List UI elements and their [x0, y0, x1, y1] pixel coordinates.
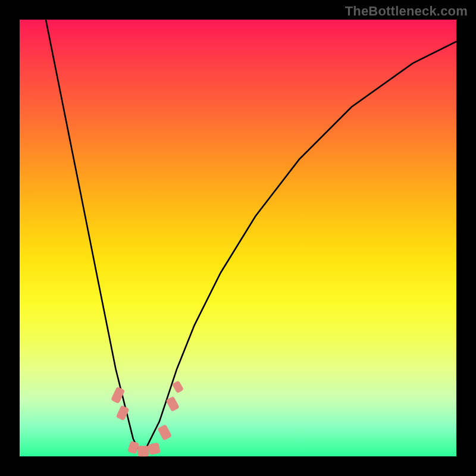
marker-right-shoulder-top: [172, 380, 184, 393]
marker-left-shoulder-upper: [111, 387, 125, 404]
markers-layer: [20, 20, 456, 456]
marker-left-shoulder-lower: [116, 405, 130, 421]
watermark-label: TheBottleneck.com: [345, 4, 468, 19]
marker-right-shoulder-lower: [157, 424, 172, 440]
plot-area: [20, 20, 456, 456]
marker-valley-2: [137, 446, 149, 456]
marker-right-shoulder-upper: [165, 396, 179, 412]
chart-frame: TheBottleneck.com: [0, 0, 476, 476]
marker-valley-3: [148, 442, 161, 455]
